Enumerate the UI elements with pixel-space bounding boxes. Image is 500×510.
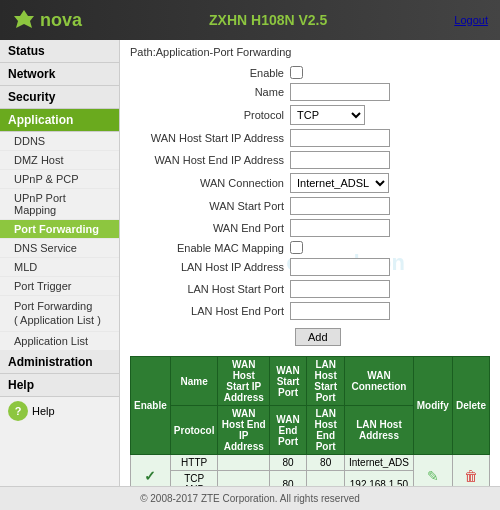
col-wan-start-port: WAN Start Port [270,357,307,406]
name-label: Name [130,86,290,98]
row1-lan-address: 192.168.1.50 [345,471,413,487]
row1-wan-host-start [218,455,270,471]
footer: © 2008-2017 ZTE Corporation. All rights … [0,486,500,510]
check-icon: ✓ [144,468,156,484]
sidebar-item-port-forwarding[interactable]: Port Forwarding [0,220,119,239]
wan-end-ip-row: WAN Host End IP Address [130,151,490,169]
row1-wan-host-end [218,471,270,487]
row1-wan-end-port: 80 [270,471,307,487]
sidebar-help-section[interactable]: Help [0,374,119,397]
sidebar: Status Network Security Application DDNS… [0,40,120,486]
col-delete: Delete [452,357,489,455]
wan-start-port-row: WAN Start Port [130,197,490,215]
col-wan-host-start: WAN Host Start IP Address [218,357,270,406]
col-protocol: Protocol [170,406,218,455]
row1-wan-start-port: 80 [270,455,307,471]
sidebar-item-pf-app-list[interactable]: Port Forwarding( Application List ) [0,296,119,332]
wan-connection-label: WAN Connection [130,177,290,189]
lan-start-port-input[interactable] [290,280,390,298]
lan-host-ip-label: LAN Host IP Address [130,261,290,273]
help-area: ? Help [0,397,119,425]
sidebar-item-dmz[interactable]: DMZ Host [0,151,119,170]
lan-start-port-label: LAN Host Start Port [130,283,290,295]
protocol-select[interactable]: TCP UDP TCP AND [290,105,365,125]
content-area: Path:Application-Port Forwarding orward.… [120,40,500,486]
row1-name: HTTP [170,455,218,471]
sidebar-item-upnp[interactable]: UPnP & PCP [0,170,119,189]
protocol-label: Protocol [130,109,290,121]
wan-host-start-input[interactable] [290,129,390,147]
row1-delete[interactable]: 🗑 [452,455,489,487]
sidebar-application[interactable]: Application [0,109,119,132]
wan-host-end-label: WAN Host End IP Address [130,154,290,166]
row1-modify[interactable]: ✎ [413,455,452,487]
logout-link[interactable]: Logout [454,14,488,26]
sidebar-admin[interactable]: Administration [0,351,119,374]
enable-checkbox[interactable] [290,66,303,79]
sidebar-item-mld[interactable]: MLD [0,258,119,277]
help-label: Help [32,405,55,417]
sidebar-item-upnp-port[interactable]: UPnP Port Mapping [0,189,119,220]
sidebar-item-dns[interactable]: DNS Service [0,239,119,258]
mac-mapping-checkbox[interactable] [290,241,303,254]
wan-connection-select[interactable]: Internet_ADSL [290,173,389,193]
col-lan-host-end: LAN Host End Port [307,406,345,455]
enable-label: Enable [130,67,290,79]
sidebar-item-port-trigger[interactable]: Port Trigger [0,277,119,296]
main-layout: Status Network Security Application DDNS… [0,40,500,486]
col-modify: Modify [413,357,452,455]
wan-start-port-input[interactable] [290,197,390,215]
wan-start-port-label: WAN Start Port [130,200,290,212]
sidebar-item-app-list[interactable]: Application List [0,332,119,351]
wan-connection-row: WAN Connection Internet_ADSL [130,173,490,193]
col-wan-host-end: WAN Host End IP Address [218,406,270,455]
delete-icon[interactable]: 🗑 [464,468,478,484]
forwarding-table: Enable Name WAN Host Start IP Address WA… [130,356,490,486]
protocol-row: Protocol TCP UDP TCP AND [130,105,490,125]
header-title: ZXHN H108N V2.5 [209,12,327,28]
wan-end-port-label: WAN End Port [130,222,290,234]
col-wan-connection: WAN Connection [345,357,413,406]
col-name: Name [170,357,218,406]
lan-end-port-row: LAN Host End Port [130,302,490,320]
sidebar-network[interactable]: Network [0,63,119,86]
wan-host-end-input[interactable] [290,151,390,169]
wan-end-port-input[interactable] [290,219,390,237]
sidebar-security[interactable]: Security [0,86,119,109]
enable-row: Enable [130,66,490,79]
mac-mapping-label: Enable MAC Mapping [130,242,290,254]
col-enable: Enable [131,357,171,455]
name-row: Name [130,83,490,101]
sidebar-status[interactable]: Status [0,40,119,63]
breadcrumb: Path:Application-Port Forwarding [130,46,490,58]
col-wan-end-port: WAN End Port [270,406,307,455]
row1-wan-connection: Internet_ADS [345,455,413,471]
wan-host-start-label: WAN Host Start IP Address [130,132,290,144]
add-button[interactable]: Add [295,328,341,346]
logo-text: nova [40,10,82,31]
lan-ip-row: LAN Host IP Address [130,258,490,276]
wan-end-port-row: WAN End Port [130,219,490,237]
row1-lan-start-port: 80 [307,455,345,471]
help-circle-icon: ? [8,401,28,421]
row1-protocol: TCP AND [170,471,218,487]
row1-enable: ✓ [131,455,171,487]
col-lan-host-start: LAN Host Start Port [307,357,345,406]
wan-start-ip-row: WAN Host Start IP Address [130,129,490,147]
lan-end-port-label: LAN Host End Port [130,305,290,317]
name-input[interactable] [290,83,390,101]
edit-icon[interactable]: ✎ [427,468,439,484]
footer-copyright: © 2008-2017 ZTE Corporation. All rights … [140,493,360,504]
mac-mapping-row: Enable MAC Mapping [130,241,490,254]
logo: nova [12,8,82,32]
app-header: nova ZXHN H108N V2.5 Logout [0,0,500,40]
row1-lan-end-port [307,471,345,487]
table-row: ✓ HTTP 80 80 Internet_ADS ✎ 🗑 [131,455,490,471]
lan-end-port-input[interactable] [290,302,390,320]
lan-host-ip-input[interactable] [290,258,390,276]
lan-start-port-row: LAN Host Start Port [130,280,490,298]
logo-icon [12,8,36,32]
form-area: Enable Name Protocol TCP UDP TCP AND WAN… [130,66,490,486]
col-lan-host-address: LAN Host Address [345,406,413,455]
sidebar-item-ddns[interactable]: DDNS [0,132,119,151]
